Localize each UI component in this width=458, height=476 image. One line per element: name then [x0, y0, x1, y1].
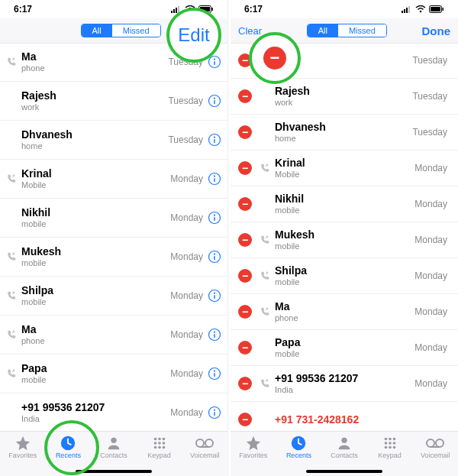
- call-time: Monday: [414, 235, 447, 245]
- tab-recents[interactable]: Recents: [47, 435, 89, 459]
- caller-label: mobile: [21, 258, 170, 268]
- svg-rect-55: [408, 6, 410, 13]
- caller-name: Nikhil: [21, 206, 170, 219]
- call-row[interactable]: MukeshmobileMonday: [0, 238, 227, 277]
- svg-point-45: [162, 442, 165, 445]
- tab-voicemail[interactable]: Voicemail: [414, 435, 456, 459]
- tab-recents[interactable]: Recents: [277, 435, 320, 459]
- call-row-edit[interactable]: −DhvaneshhomeTuesday: [231, 115, 458, 151]
- call-row[interactable]: PapamobileMonday: [0, 355, 227, 393]
- delete-minus-button[interactable]: −: [234, 125, 256, 139]
- outgoing-call-icon: [256, 163, 273, 173]
- star-icon: [245, 435, 262, 452]
- call-row[interactable]: MaphoneTuesday: [0, 43, 227, 82]
- svg-point-71: [427, 439, 434, 447]
- svg-point-63: [389, 438, 392, 441]
- tab-voicemail[interactable]: Voicemail: [183, 435, 226, 459]
- call-row-edit[interactable]: −ShilpamobileMonday: [231, 258, 458, 294]
- caller-name: +91 99536 21207: [275, 372, 414, 384]
- minus-icon: −: [238, 233, 252, 247]
- info-button[interactable]: [208, 133, 221, 147]
- call-time: Monday: [170, 368, 203, 379]
- minus-icon: −: [238, 377, 252, 390]
- svg-point-39: [111, 438, 116, 443]
- call-row-edit[interactable]: −RajeshworkTuesday: [231, 79, 458, 115]
- keypad-icon: [382, 435, 398, 452]
- delete-minus-button[interactable]: −: [234, 377, 256, 390]
- info-button[interactable]: [208, 94, 221, 108]
- info-button[interactable]: [208, 367, 221, 380]
- seg-missed[interactable]: Missed: [112, 24, 160, 37]
- caller-label: mobile: [21, 297, 170, 307]
- tab-favorites[interactable]: Favorites: [232, 435, 275, 459]
- info-button[interactable]: [208, 406, 221, 419]
- call-row-edit[interactable]: −+91 99536 21207IndiaMonday: [231, 366, 458, 402]
- svg-point-42: [162, 438, 165, 441]
- outgoing-call-icon: [3, 368, 20, 379]
- caller-name: Rajesh: [275, 85, 412, 97]
- call-row[interactable]: MaphoneMonday: [0, 316, 227, 355]
- delete-minus-button[interactable]: −: [234, 53, 256, 67]
- tab-keypad[interactable]: Keypad: [138, 435, 181, 459]
- tab-favorites[interactable]: Favorites: [2, 435, 44, 459]
- voicemail-icon: [425, 435, 445, 452]
- seg-all[interactable]: All: [82, 24, 112, 37]
- tab-contacts[interactable]: Contacts: [323, 435, 366, 459]
- delete-minus-button[interactable]: −: [234, 233, 256, 247]
- info-button[interactable]: [208, 55, 221, 69]
- home-indicator[interactable]: [76, 470, 152, 473]
- caller-name: Krinal: [275, 157, 414, 169]
- done-button[interactable]: Done: [421, 24, 450, 37]
- tab-keypad[interactable]: Keypad: [369, 435, 411, 459]
- minus-icon: −: [238, 269, 252, 283]
- delete-minus-button[interactable]: −: [234, 89, 256, 103]
- svg-point-72: [436, 439, 443, 447]
- recents-list-edit[interactable]: −MaphoneTuesday−RajeshworkTuesday−Dhvane…: [231, 43, 458, 435]
- edit-button[interactable]: Edit: [200, 24, 220, 37]
- call-row-edit[interactable]: −MaphoneMonday: [231, 294, 458, 330]
- svg-rect-0: [171, 11, 173, 13]
- svg-point-65: [384, 442, 387, 445]
- info-button[interactable]: [208, 328, 221, 342]
- delete-minus-button[interactable]: −: [234, 341, 256, 355]
- call-time: Monday: [414, 199, 447, 209]
- outgoing-call-icon: [256, 235, 273, 245]
- delete-minus-button[interactable]: −: [234, 197, 256, 211]
- call-row-edit[interactable]: −NikhilmobileMonday: [231, 186, 458, 222]
- svg-point-48: [162, 446, 165, 449]
- segmented-control[interactable]: All Missed: [307, 24, 387, 37]
- svg-point-12: [214, 98, 215, 99]
- info-button[interactable]: [208, 211, 221, 225]
- delete-minus-button[interactable]: −: [234, 305, 256, 319]
- seg-all[interactable]: All: [308, 24, 338, 37]
- voicemail-icon: [195, 435, 214, 452]
- caller-label: phone: [275, 62, 412, 72]
- caller-name: Krinal: [21, 167, 170, 180]
- info-button[interactable]: [208, 250, 221, 264]
- call-time: Monday: [414, 378, 447, 389]
- call-row[interactable]: +91 99536 21207IndiaMonday: [0, 393, 227, 432]
- info-button[interactable]: [208, 289, 221, 303]
- clear-button[interactable]: Clear: [238, 25, 272, 37]
- call-row[interactable]: RajeshworkTuesday: [0, 82, 227, 121]
- home-indicator[interactable]: [306, 470, 382, 473]
- tab-contacts[interactable]: Contacts: [92, 435, 135, 459]
- call-row-edit[interactable]: −+91 731-2428162: [231, 402, 458, 435]
- seg-missed[interactable]: Missed: [338, 24, 386, 37]
- call-row[interactable]: DhvaneshhomeTuesday: [0, 121, 227, 160]
- delete-minus-button[interactable]: −: [234, 161, 256, 175]
- recents-list[interactable]: MaphoneTuesdayRajeshworkTuesdayDhvaneshh…: [0, 43, 227, 435]
- call-row[interactable]: KrinalMobileMonday: [0, 160, 227, 199]
- call-row-edit[interactable]: −MaphoneTuesday: [231, 43, 458, 79]
- call-row[interactable]: ShilpamobileMonday: [0, 277, 227, 316]
- call-row-edit[interactable]: −PapamobileMonday: [231, 330, 458, 366]
- call-row-edit[interactable]: −KrinalMobileMonday: [231, 151, 458, 186]
- svg-rect-28: [214, 295, 215, 299]
- segmented-control[interactable]: All Missed: [81, 24, 161, 37]
- info-button[interactable]: [208, 172, 221, 186]
- call-row-edit[interactable]: −MukeshmobileMonday: [231, 222, 458, 258]
- svg-rect-37: [214, 412, 215, 416]
- delete-minus-button[interactable]: −: [234, 269, 256, 283]
- delete-minus-button[interactable]: −: [234, 413, 256, 426]
- call-row[interactable]: NikhilmobileMonday: [0, 199, 227, 238]
